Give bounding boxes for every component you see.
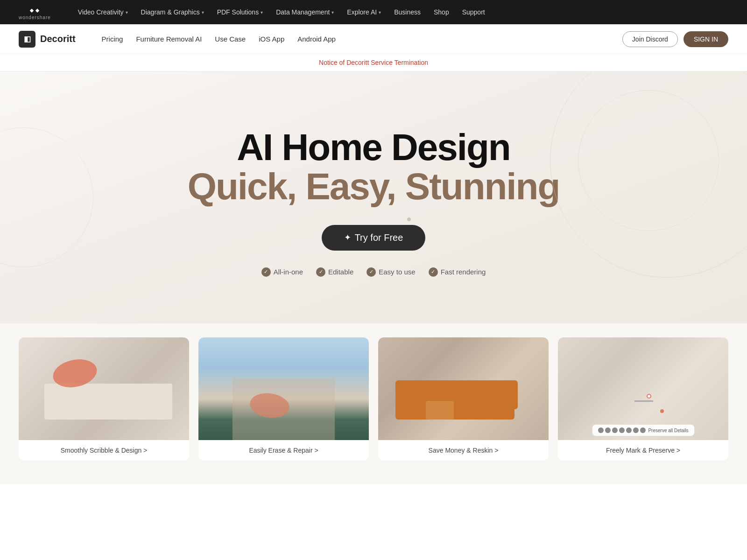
preserve-label: Preserve all Details xyxy=(648,428,688,433)
badge-label: Editable xyxy=(328,268,353,276)
secondary-nav-link-android-app[interactable]: Android App xyxy=(297,35,336,43)
gallery-card-label-3: Freely Mark & Preserve > xyxy=(558,440,728,461)
sparkle-icon: ✦ xyxy=(344,232,351,243)
outdoor-room xyxy=(198,337,369,440)
toolbar-dot-4 xyxy=(619,427,624,433)
gallery-card-2[interactable]: Save Money & Reskin > xyxy=(378,337,549,461)
gallery-card-1[interactable]: Easily Erase & Repair > xyxy=(198,337,369,461)
top-nav-item-diagram---graphics[interactable]: Diagram & Graphics▾ xyxy=(136,6,209,19)
wondershare-logo-icon: ⬥⬥ xyxy=(29,4,40,15)
hero-section: AI Home Design Quick, Easy, Stunning ✦ T… xyxy=(0,71,747,323)
top-nav-item-video-creativity[interactable]: Video Creativity▾ xyxy=(73,6,133,19)
stool-shape xyxy=(634,400,653,414)
decoritt-logo-name: Decoritt xyxy=(40,34,76,44)
toolbar-dot-7 xyxy=(640,427,645,433)
preserve-panel: Preserve all Details xyxy=(592,424,694,436)
toolbar-dot-6 xyxy=(633,427,638,433)
top-nav-item-explore-ai[interactable]: Explore AI▾ xyxy=(342,6,386,19)
secondary-nav-link-ios-app[interactable]: iOS App xyxy=(259,35,284,43)
bedroom-room xyxy=(19,337,189,440)
hero-dot-1 xyxy=(407,217,411,221)
badge-label: All-in-one xyxy=(274,268,303,276)
orange-sofa xyxy=(395,380,518,409)
wondershare-logo-text: wondershare xyxy=(19,15,51,20)
gallery-card-label-0: Smoothly Scribble & Design > xyxy=(19,440,189,461)
gallery-card-label-2: Save Money & Reskin > xyxy=(378,440,549,461)
preserve-toolbar xyxy=(598,427,645,433)
toolbar-dot-1 xyxy=(598,427,603,433)
check-icon: ✓ xyxy=(429,267,438,277)
gallery-card-label-1: Easily Erase & Repair > xyxy=(198,440,369,461)
check-icon: ✓ xyxy=(366,267,376,277)
scribble-blob-1 xyxy=(50,356,99,391)
gallery-image-1 xyxy=(198,337,369,440)
gallery-card-0[interactable]: Smoothly Scribble & Design > xyxy=(19,337,189,461)
scribble-blob-2 xyxy=(248,391,290,420)
chevron-down-icon: ▾ xyxy=(331,10,334,15)
top-nav-item-data-management[interactable]: Data Management▾ xyxy=(271,6,338,19)
top-nav-items: Video Creativity▾Diagram & Graphics▾PDF … xyxy=(73,6,728,19)
top-nav-item-pdf-solutions[interactable]: PDF Solutions▾ xyxy=(212,6,268,19)
mark-dot-1 xyxy=(647,394,651,399)
hero-badges: ✓All-in-one✓Editable✓Easy to use✓Fast re… xyxy=(261,267,486,277)
chevron-down-icon: ▾ xyxy=(379,10,381,15)
secondary-nav-link-furniture-removal-ai[interactable]: Furniture Removal AI xyxy=(136,35,202,43)
living-room xyxy=(378,337,549,440)
decoritt-logo-box: ◧ xyxy=(19,31,35,48)
hero-deco-circle-left xyxy=(0,127,93,267)
chevron-down-icon: ▾ xyxy=(126,10,128,15)
wondershare-logo[interactable]: ⬥⬥ wondershare xyxy=(19,4,51,20)
try-for-free-label: Try for Free xyxy=(355,232,403,243)
badge-label: Fast rendering xyxy=(441,268,486,276)
check-icon: ✓ xyxy=(316,267,325,277)
secondary-navigation-bar: ◧ Decoritt PricingFurniture Removal AIUs… xyxy=(0,24,747,54)
top-navigation-bar: ⬥⬥ wondershare Video Creativity▾Diagram … xyxy=(0,0,747,24)
try-for-free-button[interactable]: ✦ Try for Free xyxy=(322,225,426,251)
hero-title: AI Home Design xyxy=(237,128,510,167)
secondary-nav-links: PricingFurniture Removal AIUse CaseiOS A… xyxy=(102,35,607,43)
gallery-image-0 xyxy=(19,337,189,440)
hero-badge-editable: ✓Editable xyxy=(316,267,353,277)
toolbar-dot-3 xyxy=(612,427,617,433)
join-discord-button[interactable]: Join Discord xyxy=(622,31,678,47)
hero-badge-fast-rendering: ✓Fast rendering xyxy=(429,267,486,277)
hero-badge-all-in-one: ✓All-in-one xyxy=(261,267,303,277)
secondary-nav-actions: Join Discord SIGN IN xyxy=(622,31,728,47)
chevron-down-icon: ▾ xyxy=(261,10,263,15)
top-nav-item-shop[interactable]: Shop xyxy=(429,6,454,19)
notice-bar[interactable]: Notice of Decoritt Service Termination xyxy=(0,54,747,71)
secondary-nav-link-use-case[interactable]: Use Case xyxy=(215,35,246,43)
sign-in-button[interactable]: SIGN IN xyxy=(684,31,728,47)
top-nav-item-support[interactable]: Support xyxy=(458,6,490,19)
toolbar-dot-2 xyxy=(605,427,610,433)
hero-subtitle: Quick, Easy, Stunning xyxy=(188,167,560,206)
gallery-card-3[interactable]: Preserve all Details Freely Mark & Prese… xyxy=(558,337,728,461)
secondary-nav-link-pricing[interactable]: Pricing xyxy=(102,35,123,43)
chevron-down-icon: ▾ xyxy=(202,10,204,15)
check-icon: ✓ xyxy=(261,267,271,277)
mark-dot-2 xyxy=(660,409,664,413)
gallery-image-3: Preserve all Details xyxy=(558,337,728,440)
decoritt-logo[interactable]: ◧ Decoritt xyxy=(19,31,76,48)
badge-label: Easy to use xyxy=(379,268,415,276)
top-nav-item-business[interactable]: Business xyxy=(389,6,425,19)
coffee-table xyxy=(426,401,454,420)
gallery-image-2 xyxy=(378,337,549,440)
hero-badge-easy-to-use: ✓Easy to use xyxy=(366,267,415,277)
notice-text: Notice of Decoritt Service Termination xyxy=(319,59,428,66)
toolbar-dot-5 xyxy=(626,427,631,433)
gallery-section: Smoothly Scribble & Design > Easily Eras… xyxy=(0,323,747,484)
